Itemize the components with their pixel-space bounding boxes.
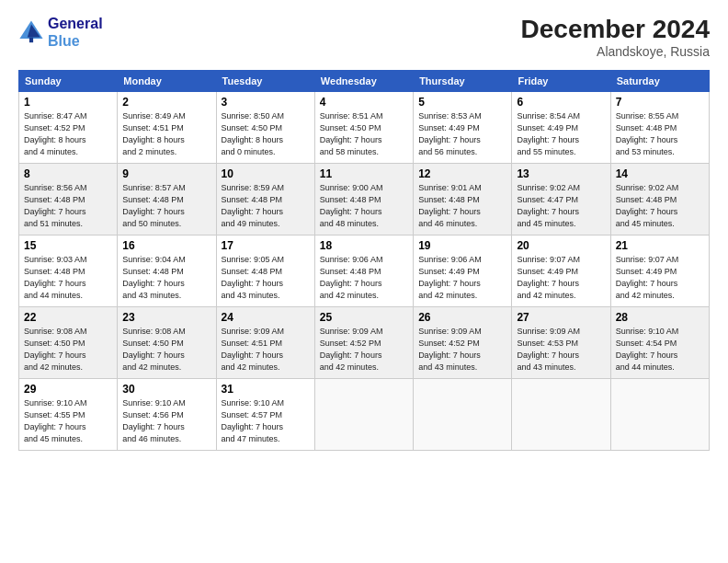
day-number: 7 xyxy=(616,96,704,109)
day-info: Sunrise: 9:09 AMSunset: 4:53 PMDaylight:… xyxy=(517,326,605,373)
day-info: Sunrise: 9:06 AMSunset: 4:48 PMDaylight:… xyxy=(320,254,408,302)
day-number: 10 xyxy=(222,167,310,180)
day-info: Sunrise: 9:07 AMSunset: 4:49 PMDaylight:… xyxy=(517,254,605,302)
day-info: Sunrise: 9:10 AMSunset: 4:54 PMDaylight:… xyxy=(616,326,704,373)
weekday-wednesday: Wednesday xyxy=(314,71,413,92)
day-number: 6 xyxy=(517,96,605,109)
day-info: Sunrise: 9:09 AMSunset: 4:52 PMDaylight:… xyxy=(320,326,408,373)
day-number: 28 xyxy=(616,311,704,324)
day-info: Sunrise: 8:47 AMSunset: 4:52 PMDaylight:… xyxy=(24,110,112,158)
logo-text: General Blue xyxy=(48,15,103,50)
day-number: 9 xyxy=(122,167,210,180)
day-cell-1: 1Sunrise: 8:47 AMSunset: 4:52 PMDaylight… xyxy=(19,92,118,164)
page: General Blue December 2024 Alandskoye, R… xyxy=(0,0,728,563)
day-cell-28: 28Sunrise: 9:10 AMSunset: 4:54 PMDayligh… xyxy=(610,307,709,379)
day-cell-30: 30Sunrise: 9:10 AMSunset: 4:56 PMDayligh… xyxy=(118,379,216,451)
day-info: Sunrise: 9:04 AMSunset: 4:48 PMDaylight:… xyxy=(122,254,210,302)
day-number: 17 xyxy=(222,239,310,252)
day-cell-24: 24Sunrise: 9:09 AMSunset: 4:51 PMDayligh… xyxy=(216,307,314,379)
day-number: 27 xyxy=(517,311,605,324)
day-cell-8: 8Sunrise: 8:56 AMSunset: 4:48 PMDaylight… xyxy=(19,164,118,236)
weekday-header-row: SundayMondayTuesdayWednesdayThursdayFrid… xyxy=(19,71,710,92)
empty-cell xyxy=(314,379,413,451)
day-number: 22 xyxy=(24,311,112,324)
day-info: Sunrise: 9:01 AMSunset: 4:48 PMDaylight:… xyxy=(418,182,506,230)
day-info: Sunrise: 9:07 AMSunset: 4:49 PMDaylight:… xyxy=(616,254,704,302)
day-cell-7: 7Sunrise: 8:55 AMSunset: 4:48 PMDaylight… xyxy=(610,92,709,164)
day-info: Sunrise: 8:55 AMSunset: 4:48 PMDaylight:… xyxy=(616,110,704,158)
day-cell-12: 12Sunrise: 9:01 AMSunset: 4:48 PMDayligh… xyxy=(414,164,512,236)
day-cell-16: 16Sunrise: 9:04 AMSunset: 4:48 PMDayligh… xyxy=(118,236,216,307)
day-number: 15 xyxy=(24,239,112,252)
weekday-friday: Friday xyxy=(512,71,610,92)
day-info: Sunrise: 8:59 AMSunset: 4:48 PMDaylight:… xyxy=(222,182,310,230)
week-row-4: 22Sunrise: 9:08 AMSunset: 4:50 PMDayligh… xyxy=(19,307,710,379)
day-cell-18: 18Sunrise: 9:06 AMSunset: 4:48 PMDayligh… xyxy=(314,236,413,307)
day-cell-5: 5Sunrise: 8:53 AMSunset: 4:49 PMDaylight… xyxy=(414,92,512,164)
day-number: 2 xyxy=(122,96,210,109)
day-number: 25 xyxy=(320,311,408,324)
week-row-5: 29Sunrise: 9:10 AMSunset: 4:55 PMDayligh… xyxy=(19,379,710,451)
day-info: Sunrise: 9:10 AMSunset: 4:56 PMDaylight:… xyxy=(122,397,210,445)
day-number: 14 xyxy=(616,167,704,180)
day-number: 8 xyxy=(24,167,112,180)
empty-cell xyxy=(610,379,709,451)
day-info: Sunrise: 9:09 AMSunset: 4:51 PMDaylight:… xyxy=(222,326,310,373)
day-cell-11: 11Sunrise: 9:00 AMSunset: 4:48 PMDayligh… xyxy=(314,164,413,236)
day-number: 1 xyxy=(24,96,112,109)
day-number: 4 xyxy=(320,96,408,109)
day-info: Sunrise: 9:05 AMSunset: 4:48 PMDaylight:… xyxy=(222,254,310,302)
day-info: Sunrise: 8:56 AMSunset: 4:48 PMDaylight:… xyxy=(24,182,112,230)
weekday-sunday: Sunday xyxy=(19,71,118,92)
day-info: Sunrise: 8:49 AMSunset: 4:51 PMDaylight:… xyxy=(122,110,210,158)
day-info: Sunrise: 9:02 AMSunset: 4:47 PMDaylight:… xyxy=(517,182,605,230)
day-number: 13 xyxy=(517,167,605,180)
logo-icon xyxy=(18,19,44,45)
day-cell-22: 22Sunrise: 9:08 AMSunset: 4:50 PMDayligh… xyxy=(19,307,118,379)
calendar-table: SundayMondayTuesdayWednesdayThursdayFrid… xyxy=(18,70,710,451)
day-cell-20: 20Sunrise: 9:07 AMSunset: 4:49 PMDayligh… xyxy=(512,236,610,307)
day-cell-27: 27Sunrise: 9:09 AMSunset: 4:53 PMDayligh… xyxy=(512,307,610,379)
day-number: 12 xyxy=(418,167,506,180)
location: Alandskoye, Russia xyxy=(521,44,710,59)
weekday-saturday: Saturday xyxy=(610,71,709,92)
day-cell-4: 4Sunrise: 8:51 AMSunset: 4:50 PMDaylight… xyxy=(314,92,413,164)
day-number: 24 xyxy=(222,311,310,324)
day-cell-6: 6Sunrise: 8:54 AMSunset: 4:49 PMDaylight… xyxy=(512,92,610,164)
day-info: Sunrise: 8:51 AMSunset: 4:50 PMDaylight:… xyxy=(320,110,408,158)
day-cell-31: 31Sunrise: 9:10 AMSunset: 4:57 PMDayligh… xyxy=(216,379,314,451)
logo: General Blue xyxy=(18,15,103,50)
weekday-monday: Monday xyxy=(118,71,216,92)
day-info: Sunrise: 9:08 AMSunset: 4:50 PMDaylight:… xyxy=(122,326,210,373)
day-info: Sunrise: 8:57 AMSunset: 4:48 PMDaylight:… xyxy=(122,182,210,230)
day-info: Sunrise: 9:06 AMSunset: 4:49 PMDaylight:… xyxy=(418,254,506,302)
week-row-3: 15Sunrise: 9:03 AMSunset: 4:48 PMDayligh… xyxy=(19,236,710,307)
day-info: Sunrise: 9:03 AMSunset: 4:48 PMDaylight:… xyxy=(24,254,112,302)
day-info: Sunrise: 8:54 AMSunset: 4:49 PMDaylight:… xyxy=(517,110,605,158)
day-number: 29 xyxy=(24,383,112,396)
day-info: Sunrise: 9:00 AMSunset: 4:48 PMDaylight:… xyxy=(320,182,408,230)
day-number: 26 xyxy=(418,311,506,324)
day-number: 30 xyxy=(122,383,210,396)
day-cell-14: 14Sunrise: 9:02 AMSunset: 4:48 PMDayligh… xyxy=(610,164,709,236)
day-info: Sunrise: 9:08 AMSunset: 4:50 PMDaylight:… xyxy=(24,326,112,373)
week-row-2: 8Sunrise: 8:56 AMSunset: 4:48 PMDaylight… xyxy=(19,164,710,236)
day-number: 18 xyxy=(320,239,408,252)
day-number: 21 xyxy=(616,239,704,252)
day-cell-19: 19Sunrise: 9:06 AMSunset: 4:49 PMDayligh… xyxy=(414,236,512,307)
day-info: Sunrise: 9:10 AMSunset: 4:55 PMDaylight:… xyxy=(24,397,112,445)
day-cell-3: 3Sunrise: 8:50 AMSunset: 4:50 PMDaylight… xyxy=(216,92,314,164)
day-cell-17: 17Sunrise: 9:05 AMSunset: 4:48 PMDayligh… xyxy=(216,236,314,307)
day-cell-21: 21Sunrise: 9:07 AMSunset: 4:49 PMDayligh… xyxy=(610,236,709,307)
day-number: 16 xyxy=(122,239,210,252)
svg-rect-2 xyxy=(29,38,33,43)
day-cell-29: 29Sunrise: 9:10 AMSunset: 4:55 PMDayligh… xyxy=(19,379,118,451)
day-cell-15: 15Sunrise: 9:03 AMSunset: 4:48 PMDayligh… xyxy=(19,236,118,307)
week-row-1: 1Sunrise: 8:47 AMSunset: 4:52 PMDaylight… xyxy=(19,92,710,164)
day-info: Sunrise: 8:53 AMSunset: 4:49 PMDaylight:… xyxy=(418,110,506,158)
day-cell-13: 13Sunrise: 9:02 AMSunset: 4:47 PMDayligh… xyxy=(512,164,610,236)
month-title: December 2024 xyxy=(521,15,710,44)
weekday-tuesday: Tuesday xyxy=(216,71,314,92)
day-cell-23: 23Sunrise: 9:08 AMSunset: 4:50 PMDayligh… xyxy=(118,307,216,379)
day-number: 20 xyxy=(517,239,605,252)
